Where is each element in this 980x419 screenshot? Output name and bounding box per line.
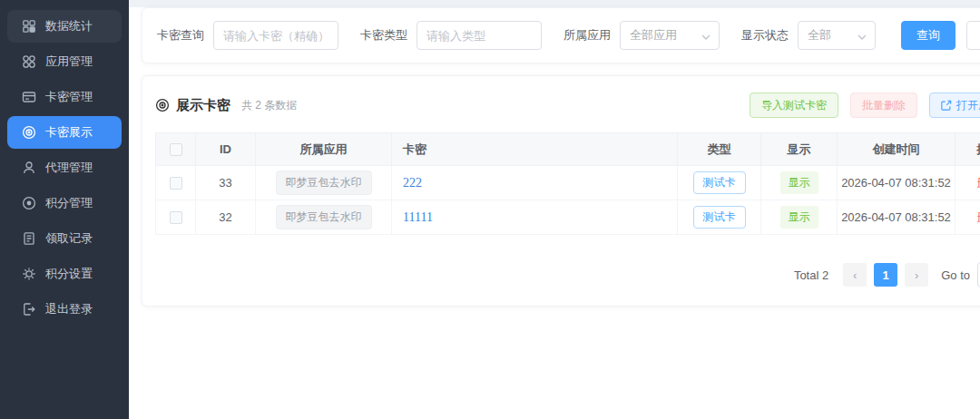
row-checkbox-cell: [156, 166, 196, 200]
row-display-cell: 显示: [761, 166, 838, 200]
keys-table: ID所属应用卡密类型显示创建时间操作 33即梦豆包去水印222测试卡显示2026…: [155, 132, 980, 235]
column-header: 卡密: [392, 133, 678, 166]
column-header: 显示: [761, 133, 838, 166]
table-row: 32即梦豆包去水印11111测试卡显示2026-04-07 08:31:52删除: [156, 200, 980, 235]
row-id: 32: [196, 200, 256, 235]
display-tag: 显示: [780, 206, 818, 229]
section-actions: 导入测试卡密 批量删除 打开展示页: [750, 93, 980, 118]
sidebar-item-points-manage[interactable]: 积分管理: [7, 187, 122, 219]
card-key-link[interactable]: 11111: [403, 210, 433, 224]
sidebar-item-data-stats[interactable]: 数据统计: [7, 10, 122, 43]
row-app-cell: 即梦豆包去水印: [256, 200, 392, 235]
sidebar-item-label: 退出登录: [45, 301, 93, 317]
main-content: 卡密查询 卡密类型 所属应用 全部应用 显示状态 全部: [129, 0, 980, 419]
sidebar-item-key-display[interactable]: 卡密展示: [7, 116, 122, 149]
open-display-page-button[interactable]: 打开展示页: [929, 93, 980, 118]
type-tag: 测试卡: [693, 206, 746, 229]
row-key-cell: 222: [392, 166, 678, 200]
chevron-down-icon: [857, 30, 867, 41]
prev-page-button[interactable]: ‹: [843, 263, 867, 287]
status-select[interactable]: 全部: [798, 21, 876, 50]
app-label: 所属应用: [564, 27, 611, 44]
card-key-link[interactable]: 222: [403, 176, 422, 190]
row-created: 2026-04-07 08:31:52: [838, 200, 956, 235]
table-row: 33即梦豆包去水印222测试卡显示2026-04-07 08:31:52删除: [156, 166, 980, 200]
sidebar-item-label: 应用管理: [45, 54, 93, 70]
row-action-cell: 删除: [956, 166, 980, 200]
import-test-keys-button[interactable]: 导入测试卡密: [750, 93, 838, 118]
app-select[interactable]: 全部应用: [620, 21, 720, 50]
status-select-value: 全部: [808, 27, 831, 44]
select-all-checkbox[interactable]: [170, 143, 182, 156]
app-tag: 即梦豆包去水印: [276, 171, 372, 195]
card-icon: [22, 90, 36, 104]
goto-label: Go to: [941, 268, 970, 282]
filter-status: 显示状态 全部: [741, 21, 876, 50]
row-type-cell: 测试卡: [678, 200, 761, 235]
search-button[interactable]: 查询: [901, 21, 956, 50]
sidebar-item-logout[interactable]: 退出登录: [7, 293, 122, 326]
sidebar-item-label: 积分设置: [45, 266, 93, 282]
section-title: 展示卡密: [176, 97, 230, 114]
dashboard-icon: [22, 19, 36, 34]
pagination: Total 2 ‹ 1 › Go to: [155, 262, 980, 287]
column-header: 所属应用: [256, 133, 392, 166]
row-checkbox[interactable]: [170, 211, 182, 224]
row-type-cell: 测试卡: [678, 166, 761, 200]
row-id: 33: [196, 166, 256, 200]
bullseye-icon: [155, 98, 170, 112]
row-key-cell: 11111: [392, 200, 678, 235]
sidebar-item-agent-manage[interactable]: 代理管理: [7, 151, 122, 184]
column-header: 类型: [678, 133, 761, 166]
delete-link[interactable]: 删除: [977, 210, 980, 224]
filter-app: 所属应用 全部应用: [564, 21, 720, 50]
delete-link[interactable]: 删除: [977, 176, 980, 190]
filter-card-type: 卡密类型: [360, 21, 542, 50]
card-key-label: 卡密查询: [157, 27, 204, 44]
gear-icon: [22, 267, 36, 281]
sidebar-item-label: 领取记录: [45, 230, 93, 247]
bullseye-icon: [22, 125, 36, 140]
row-action-cell: 删除: [956, 200, 980, 235]
reset-button[interactable]: 重置: [966, 21, 980, 50]
sidebar-item-label: 卡密管理: [45, 89, 93, 105]
card-type-label: 卡密类型: [360, 27, 407, 44]
user-icon: [22, 161, 36, 175]
sidebar-nav: 数据统计应用管理卡密管理卡密展示代理管理积分管理领取记录积分设置退出登录: [0, 10, 129, 326]
logout-icon: [22, 302, 36, 317]
sidebar-item-label: 积分管理: [45, 195, 93, 211]
page-1-button[interactable]: 1: [874, 263, 897, 287]
card-type-input[interactable]: [416, 21, 542, 50]
sidebar: 数据统计应用管理卡密管理卡密展示代理管理积分管理领取记录积分设置退出登录: [0, 0, 129, 419]
external-link-icon: [941, 100, 952, 111]
sidebar-item-key-manage[interactable]: 卡密管理: [7, 81, 122, 113]
row-display-cell: 显示: [761, 200, 838, 235]
record-count: 共 2 条数据: [241, 98, 297, 113]
app-select-value: 全部应用: [630, 27, 677, 44]
section-header: 展示卡密 共 2 条数据 导入测试卡密 批量删除 打开展示页: [155, 89, 980, 122]
sidebar-item-label: 卡密展示: [45, 124, 93, 141]
row-created: 2026-04-07 08:31:52: [838, 166, 956, 200]
sidebar-item-points-settings[interactable]: 积分设置: [7, 258, 122, 290]
sidebar-item-claim-records[interactable]: 领取记录: [7, 222, 122, 255]
row-app-cell: 即梦豆包去水印: [256, 166, 392, 200]
status-label: 显示状态: [741, 27, 789, 44]
column-header: 创建时间: [838, 133, 956, 166]
sidebar-item-app-manage[interactable]: 应用管理: [7, 45, 122, 78]
filter-card-key: 卡密查询: [157, 21, 338, 50]
batch-delete-button[interactable]: 批量删除: [850, 93, 917, 118]
filter-bar: 卡密查询 卡密类型 所属应用 全部应用 显示状态 全部: [142, 7, 980, 63]
row-checkbox[interactable]: [170, 177, 182, 190]
column-header: ID: [196, 133, 256, 166]
coin-icon: [22, 196, 36, 210]
card-key-input[interactable]: [213, 21, 338, 50]
chevron-down-icon: [701, 30, 711, 41]
next-page-button[interactable]: ›: [905, 263, 928, 287]
sidebar-item-label: 代理管理: [45, 160, 93, 176]
document-icon: [22, 231, 36, 246]
display-tag: 显示: [780, 171, 818, 194]
pagination-total: Total 2: [794, 268, 828, 282]
type-tag: 测试卡: [693, 171, 746, 194]
select-all-header: [156, 133, 196, 166]
display-keys-card: 展示卡密 共 2 条数据 导入测试卡密 批量删除 打开展示页 ID所属应用卡密类…: [142, 75, 980, 307]
